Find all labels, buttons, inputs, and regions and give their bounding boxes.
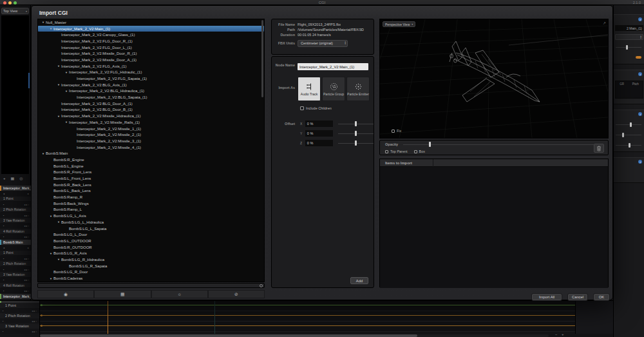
tree-item[interactable]: Interceptor_Mark_2_V2:FLG_Door_R_(1): [38, 38, 264, 44]
track-row[interactable]: Interceptor_Mark_2_: [0, 294, 31, 299]
expand-arrow-icon[interactable]: ▼: [64, 120, 69, 124]
inspector-slider[interactable]: [616, 145, 641, 146]
expand-arrow-icon[interactable]: ▼: [41, 152, 46, 155]
timeline-lane[interactable]: [40, 311, 575, 322]
tree-item[interactable]: Interceptor_Mark_2_V2:Missile_3_(1): [38, 138, 264, 144]
track-row[interactable]: ▪ ◂ ▸ ▫: [0, 235, 31, 240]
tree-item[interactable]: BombS:L_Engine: [38, 163, 264, 169]
fix-checkbox[interactable]: [392, 130, 395, 133]
expand-arrow-icon[interactable]: ▼: [48, 27, 53, 30]
tree-item[interactable]: ▼ BombS:LG_L_Hidraulica: [38, 219, 264, 226]
expand-arrow-icon[interactable]: ▼: [64, 71, 69, 74]
track-row[interactable]: ▪ ◂ ▸ ▫: [0, 288, 31, 293]
background-viewport[interactable]: [1, 15, 29, 174]
tree-item[interactable]: BombS:L_OUTDOOR: [38, 238, 264, 244]
offset-value-field[interactable]: 0 %: [305, 130, 333, 137]
tree-item[interactable]: Interceptor_Mark_2_V2:FLG_Sapata_(1): [38, 75, 264, 82]
timeline-track-label-row[interactable]: 1 Point ▪ ◂ ▸ ▫: [0, 303, 39, 313]
tree-item[interactable]: BombS:LG_R_Door: [38, 269, 264, 276]
offset-value-field[interactable]: 0 %: [305, 120, 333, 127]
items-to-import-list[interactable]: [380, 167, 608, 288]
track-row[interactable]: ▪ ◂ ▸ ▫: [0, 267, 31, 272]
tree-item[interactable]: Interceptor_Mark_2_V2:FLG_Door_L_(1): [38, 44, 264, 51]
tree-item[interactable]: Interceptor_Mark_2_V2:BLG_Door_B_(1): [38, 107, 264, 113]
track-row[interactable]: 2 Pitch Rotation: [0, 207, 31, 213]
track-row[interactable]: 4 Roll Rotation: [0, 229, 31, 234]
zoom-in-icon[interactable]: +: [562, 332, 564, 336]
track-row[interactable]: ◂ ▸: [0, 191, 31, 196]
track-row[interactable]: 2 Pitch Rotation: [0, 261, 31, 266]
expand-arrow-icon[interactable]: ▼: [48, 215, 53, 218]
automation-line[interactable]: [40, 305, 575, 305]
expand-viewport-icon[interactable]: ↗: [603, 21, 606, 25]
track-row[interactable]: 1 Point: [0, 251, 31, 256]
info-icon[interactable]: i: [638, 72, 642, 76]
tree-item[interactable]: BombS:R_Front_Lens: [38, 169, 264, 176]
offset-slider[interactable]: [338, 120, 374, 127]
track-row[interactable]: 3 Yaw Rotation: [0, 218, 31, 223]
timeline-lane[interactable]: [40, 301, 575, 311]
import-as-particle-emitter[interactable]: Particle Emitter: [346, 77, 370, 101]
tree-item[interactable]: ▼ Interceptor_Mark_2_V2:FLG_Axis_(1): [38, 63, 264, 70]
import-all-button[interactable]: Import All: [531, 293, 562, 301]
null-filter-button[interactable]: ⊘: [208, 290, 265, 298]
timeline-scrollbar-thumb[interactable]: [40, 334, 417, 337]
slider-thumb[interactable]: [355, 121, 357, 126]
track-row[interactable]: 1 Point: [0, 197, 31, 202]
tree-item[interactable]: BombS:Back_Wings: [38, 200, 264, 207]
tree-item[interactable]: BombS:Ramp_R: [38, 194, 264, 200]
expand-arrow-icon[interactable]: ▼: [48, 252, 53, 255]
expand-arrow-icon[interactable]: ▼: [41, 21, 46, 24]
tree-item[interactable]: ▼ BombS:Main: [38, 150, 264, 157]
slider-thumb[interactable]: [355, 131, 357, 136]
expand-arrow-icon[interactable]: ▼: [56, 83, 61, 86]
tree-item[interactable]: Interceptor_Mark_2_V2:Canopy_Glass_(1): [38, 32, 264, 38]
tree-item[interactable]: BombS:R_Engine: [38, 157, 264, 163]
timeline-track-label-row[interactable]: 3 Yaw Rotation ▪ ◂ ▸ ▫: [0, 323, 39, 334]
mute-indicator[interactable]: [636, 56, 641, 59]
track-row[interactable]: ▪ ◂ ▸ ▫: [0, 202, 31, 207]
expand-arrow-icon[interactable]: ▼: [64, 90, 69, 93]
track-row[interactable]: 4 Roll Rotation: [0, 283, 31, 288]
tree-item[interactable]: ▼ Null_Master: [38, 19, 264, 26]
tree-item[interactable]: ▼ BombS:Cadeiras: [38, 275, 264, 282]
expand-arrow-icon[interactable]: ▼: [56, 258, 61, 261]
track-row[interactable]: ▪ ◂ ▸ ▫: [0, 278, 31, 283]
automation-line[interactable]: [40, 315, 575, 316]
tree-item[interactable]: Interceptor_Mark_2_V2:Missile_Door_R_(1): [38, 50, 264, 57]
tree-item[interactable]: BombS:R_OUTDOOR: [38, 244, 264, 251]
tree-item[interactable]: BombS:Ramp_L: [38, 207, 264, 213]
vertical-slider-accent[interactable]: [28, 73, 30, 88]
tree-item[interactable]: BombS:LG_R_Sapata: [38, 263, 264, 269]
info-icon[interactable]: i: [638, 17, 642, 21]
light-filter-button[interactable]: ☼: [151, 290, 208, 298]
timeline-lane[interactable]: [40, 322, 575, 332]
expand-arrow-icon[interactable]: ▼: [48, 277, 53, 280]
expand-arrow-icon[interactable]: ▼: [56, 64, 61, 68]
offset-value-field[interactable]: 0 %: [305, 140, 333, 146]
slider-thumb[interactable]: [355, 140, 357, 146]
tree-horizontal-scrollbar[interactable]: [37, 283, 265, 288]
import-as-particle-group[interactable]: Particle Group: [322, 77, 345, 101]
tree-item[interactable]: ▼ BombS:LG_R_Hidraulica: [38, 256, 264, 263]
track-row[interactable]: ▪ ◂ ▸ ▫: [0, 256, 31, 261]
inspector-slider[interactable]: [616, 135, 641, 135]
node-name-input[interactable]: [298, 63, 368, 70]
tree-item[interactable]: Interceptor_Mark_2_V2:BLG_Sapata_(1): [38, 94, 264, 101]
tree-item[interactable]: BombS:L_Front_Lens: [38, 175, 264, 182]
tree-item[interactable]: ▼ Interceptor_Mark_2_V2:Main_(1): [38, 26, 264, 32]
expand-arrow-icon[interactable]: ▼: [56, 220, 61, 224]
tree-item[interactable]: ▼ Interceptor_Mark_2_V2:FLG_Hidraulic_(1…: [38, 70, 264, 76]
track-row[interactable]: ▪ ◂ ▸ ▫: [0, 213, 31, 218]
tree-item[interactable]: Interceptor_Mark_2_V2:Missile_4_(1): [38, 144, 264, 151]
tree-item[interactable]: ▼ BombS:LG_R_Axis: [38, 250, 264, 256]
fbx-units-dropdown[interactable]: Centimeter (original) ▴▾: [298, 40, 348, 47]
timeline-track-label-row[interactable]: 2 Pitch Rotation ▪ ◂ ▸ ▫: [0, 313, 39, 323]
loupe-icon[interactable]: [260, 284, 263, 287]
tree-item[interactable]: ▼ Interceptor_Mark_2_V2:Missile_Hidrauli…: [38, 113, 264, 119]
tree-item[interactable]: BombS:L_Back_Lens: [38, 188, 264, 195]
tree-item[interactable]: Interceptor_Mark_2_V2:Missile_1_(1): [38, 126, 264, 132]
target-icon[interactable]: ◎: [19, 175, 23, 182]
cancel-button[interactable]: Cancel: [567, 293, 588, 301]
top-parent-checkbox[interactable]: [385, 150, 388, 153]
